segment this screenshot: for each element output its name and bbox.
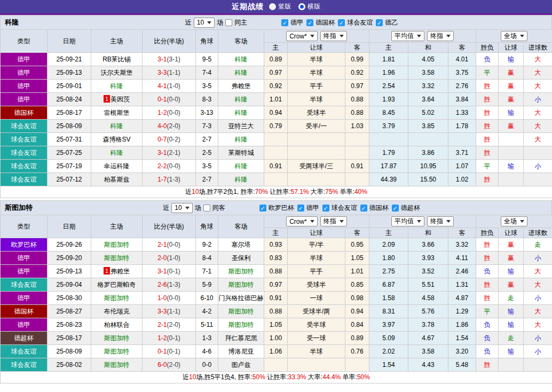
league-checkbox[interactable] xyxy=(392,205,399,211)
league-checkbox[interactable] xyxy=(281,19,288,26)
vertical-view-option[interactable]: 竖版 xyxy=(269,2,291,11)
half-time-score: (0-0) xyxy=(167,241,180,248)
corner-cell: 4-2 xyxy=(196,305,218,318)
home-team-cell: 斯图加特 xyxy=(91,238,143,252)
team-label: 森博格SV xyxy=(102,136,130,143)
score-cell: 3-1(3-1) xyxy=(143,53,196,66)
league-checkbox[interactable] xyxy=(360,205,367,211)
horizontal-view-option[interactable]: 横版 xyxy=(298,2,320,11)
games-label: 场 xyxy=(195,203,201,213)
result-cell: 负 xyxy=(476,53,499,66)
chevron-down-icon xyxy=(340,35,344,37)
odds-source-select[interactable]: Crow* xyxy=(286,31,318,41)
col-header-result-wdl: 胜负 xyxy=(476,43,499,53)
away-team-cell: 圣保利 xyxy=(218,252,264,265)
half-time-score: (1-3) xyxy=(167,176,180,183)
same-venue-checkbox[interactable] xyxy=(225,19,232,26)
team-label: 斯图加特 xyxy=(104,348,130,355)
avg-select[interactable]: 平均值 xyxy=(391,216,424,226)
odds-cell: 0.88 xyxy=(345,93,369,106)
odds-cell: 受半/一 xyxy=(288,120,345,133)
summary-part: 让胜率: xyxy=(265,373,288,381)
odds-final-select[interactable]: 终指 xyxy=(320,216,347,226)
league-filters: 欧罗巴杯德甲球会友谊德国杯德超杯 xyxy=(259,203,421,213)
chevron-down-icon xyxy=(520,35,524,37)
league-label: 球会友谊 xyxy=(332,203,357,213)
radio-unselected-icon[interactable] xyxy=(269,3,276,10)
home-team-cell: 科隆 xyxy=(91,146,143,160)
avg-final-select[interactable]: 终指 xyxy=(427,31,454,41)
scope-select[interactable]: 全场 xyxy=(501,31,527,41)
odds-cell: 0.91 xyxy=(345,160,369,173)
league-checkbox[interactable] xyxy=(259,205,266,211)
score-cell: 2-1(0-0) xyxy=(143,238,196,252)
result-cell: 小 xyxy=(524,332,552,345)
league-label: 球会友谊 xyxy=(347,18,373,27)
odds-cell: 0.93 xyxy=(264,238,288,252)
scope-select[interactable]: 全场 xyxy=(501,216,527,226)
odds-cell xyxy=(345,173,369,186)
type-badge: 球会友谊 xyxy=(1,120,48,133)
odds-cell: 0.91 xyxy=(264,292,288,305)
result-cell: 大 xyxy=(524,265,552,278)
avg-odds-cell: 3.58 xyxy=(408,66,448,80)
league-checkbox[interactable] xyxy=(338,19,345,26)
result-cell: 胜 xyxy=(476,106,499,120)
chevron-down-icon xyxy=(520,220,524,223)
corner-cell: 8-4 xyxy=(196,252,218,265)
radio-selected-icon[interactable] xyxy=(298,3,305,10)
score-cell: 1-2(0-1) xyxy=(143,332,196,345)
table-row: 德国杯25-08-27布伦瑞克3-3(1-1)4-2斯图加特0.88受球半/两0… xyxy=(1,305,552,318)
avg-odds-cell: 1.80 xyxy=(369,252,408,265)
summary-part: 44.4% xyxy=(322,373,341,381)
league-checkbox[interactable] xyxy=(306,19,313,26)
home-team-cell: 柏基斯兹 xyxy=(91,173,143,186)
odds-final-select[interactable]: 终指 xyxy=(320,31,347,41)
match-count-select[interactable]: 10 xyxy=(194,18,215,28)
result-cell: 小 xyxy=(524,345,552,358)
score-cell: 2-0(1-0) xyxy=(143,252,196,265)
result-cell xyxy=(499,133,524,146)
corner-cell: 9-2 xyxy=(196,238,218,252)
corner-cell: 1-3 xyxy=(196,332,218,345)
league-checkbox[interactable] xyxy=(297,205,304,211)
date-cell: 25-07-25 xyxy=(48,146,91,160)
full-time-score: 1-7 xyxy=(157,176,167,183)
odds-cell: 0.97 xyxy=(264,278,288,292)
team-label: 斯图加特 xyxy=(104,241,130,248)
away-team-cell: 图卢兹 xyxy=(218,358,264,372)
avg-odds-cell: 4.01 xyxy=(448,53,476,66)
date-cell: 25-08-17 xyxy=(48,332,91,345)
corner-cell: 0-0 xyxy=(196,358,218,372)
result-cell xyxy=(499,173,524,186)
date-cell: 25-08-02 xyxy=(48,358,91,372)
match-count-select[interactable]: 10 xyxy=(171,203,192,213)
odds-cell xyxy=(264,358,288,372)
away-team-cell: 科隆 xyxy=(218,66,264,80)
result-cell: 平 xyxy=(476,160,499,173)
avg-odds-cell: 3.66 xyxy=(408,238,448,252)
avg-final-select[interactable]: 终指 xyxy=(427,216,454,226)
summary-text: 近10场,胜5平1负4, 胜率:50% 让胜率:33.3% 大率:44.4% 单… xyxy=(1,372,552,383)
league-checkbox[interactable] xyxy=(376,19,383,26)
corner-cell: 7-1 xyxy=(196,265,218,278)
date-cell: 25-08-09 xyxy=(48,120,91,133)
avg-odds-cell: 8.45 xyxy=(369,106,408,120)
league-checkbox[interactable] xyxy=(322,205,329,211)
team-name: 科隆 xyxy=(5,18,19,27)
avg-odds-cell: 3.84 xyxy=(448,93,476,106)
avg-select[interactable]: 平均值 xyxy=(391,31,424,41)
full-time-score: 2-0 xyxy=(157,254,167,262)
odds-cell: 0.76 xyxy=(345,345,369,358)
league-label: 德甲 xyxy=(306,203,319,213)
col-header-avg-away: 客 xyxy=(448,228,476,238)
odds-source-select[interactable]: Crow* xyxy=(286,216,318,226)
odds-cell: 1.03 xyxy=(345,120,369,133)
col-header-avg-draw: 和 xyxy=(408,228,448,238)
result-cell: 输 xyxy=(499,305,524,318)
team-label: 科隆 xyxy=(235,96,248,103)
same-venue-checkbox[interactable] xyxy=(203,205,210,211)
table-row: 德超杯25-08-17斯图加特1-2(0-1)1-3拜仁慕尼黑1.00受一球0.… xyxy=(1,332,552,345)
half-time-score: (0-1) xyxy=(167,268,180,275)
avg-odds-cell: 3.75 xyxy=(448,66,476,80)
